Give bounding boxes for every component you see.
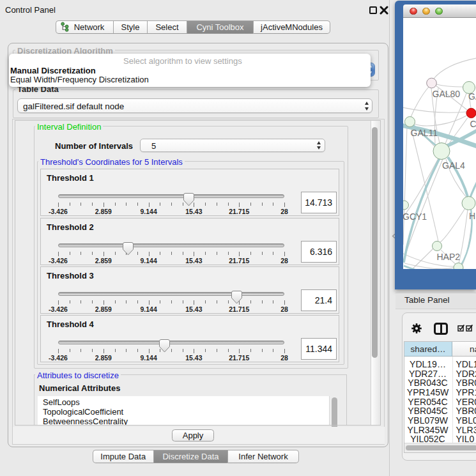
svg-text:HAP2: HAP2 (437, 252, 461, 262)
svg-text:GAL4: GAL4 (442, 160, 465, 171)
svg-text:GCY1: GCY1 (403, 211, 427, 222)
svg-text:GAL11: GAL11 (411, 128, 438, 138)
svg-text:GAL80: GAL80 (433, 89, 461, 99)
svg-text:GA: GA (468, 91, 476, 102)
svg-text:C: C (470, 119, 476, 129)
svg-text:H: H (469, 211, 475, 221)
